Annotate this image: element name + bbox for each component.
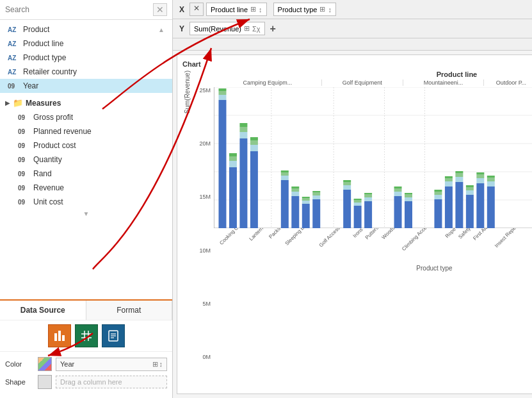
measure-item-gross-profit[interactable]: 09 Gross profit (0, 110, 172, 124)
field-label: Rand (33, 169, 52, 178)
svg-rect-79 (455, 177, 463, 182)
aggregation-icon[interactable]: Σχ (252, 25, 261, 33)
x-label-golf-accessories: Golf Accessories (318, 228, 349, 248)
svg-rect-91 (487, 181, 495, 187)
x-field-product-line[interactable]: Product line ⊞ ↕ (206, 3, 267, 16)
filter-icon[interactable]: ⊞ (250, 5, 256, 13)
svg-rect-21 (218, 88, 226, 91)
color-field-pill[interactable]: Year ⊞ ↕ (56, 358, 167, 371)
x-label-irons: Irons (352, 228, 364, 239)
bars-with-ticks: 25M 20M 15M 10M 5M 0M (195, 87, 532, 379)
color-field-label: Year (60, 360, 74, 368)
color-swatch[interactable] (38, 357, 52, 371)
svg-rect-47 (312, 195, 320, 199)
filter-icon[interactable]: ↕ (159, 360, 163, 369)
svg-rect-77 (445, 176, 453, 178)
svg-rect-46 (312, 199, 320, 228)
viz-btn-grid[interactable] (75, 324, 98, 347)
svg-rect-80 (455, 173, 463, 177)
svg-rect-73 (434, 190, 442, 192)
svg-rect-64 (394, 188, 402, 192)
shape-swatch[interactable] (38, 375, 52, 389)
svg-rect-29 (239, 123, 247, 127)
color-label: Color (5, 360, 34, 368)
badge-az: AZ (8, 54, 19, 62)
bar-chart-svg (214, 87, 532, 228)
bars-and-legend: 25M 20M 15M 10M 5M 0M (195, 87, 532, 379)
search-input[interactable] (5, 5, 150, 14)
field-item-year[interactable]: 09 Year (0, 79, 172, 93)
svg-rect-61 (364, 193, 372, 194)
svg-rect-55 (354, 203, 362, 206)
svg-rect-49 (312, 191, 320, 192)
close-button[interactable]: ✕ (189, 3, 204, 16)
sort-icon[interactable]: ↕ (328, 6, 332, 13)
sort-icon[interactable]: ↕ (259, 6, 262, 13)
svg-rect-71 (434, 195, 442, 199)
svg-rect-67 (405, 197, 412, 201)
chart-inner: Sum(Revenue) Product line Camping Equipm… (182, 70, 532, 379)
y-axis-row: Y Sum(Revenue) ⊞ Σχ + (173, 19, 532, 38)
svg-rect-18 (218, 100, 226, 228)
tab-data-source[interactable]: Data Source (0, 301, 86, 320)
svg-rect-1 (58, 331, 61, 341)
x-axis-label: X (177, 3, 187, 16)
svg-rect-82 (466, 195, 474, 228)
measures-header[interactable]: ▶ 📁 Measures (0, 95, 172, 110)
svg-rect-52 (343, 182, 351, 185)
svg-rect-92 (487, 178, 495, 181)
x-label-sleeping-bags: Sleeping Bags (284, 228, 312, 247)
viz-btn-page[interactable] (102, 324, 125, 347)
badge-num: 09 (8, 83, 19, 90)
field-label: Retailer country (23, 67, 77, 76)
y-axis-title: Sum(Revenue) (182, 70, 192, 113)
field-item-product-type[interactable]: AZ Product type (0, 51, 172, 65)
badge-num: 09 (18, 170, 29, 178)
measure-item-rand[interactable]: 09 Rand (0, 167, 172, 181)
field-item-product-line[interactable]: AZ Product line (0, 37, 172, 51)
pl-label-outdoor: Outdoor P... (484, 79, 532, 86)
svg-rect-40 (291, 188, 299, 192)
folder-icon: 📁 (13, 98, 23, 108)
filter-icon[interactable]: ⊞ (319, 5, 325, 13)
svg-rect-26 (239, 138, 247, 228)
x-label-packs: Packs (268, 228, 282, 240)
svg-rect-81 (455, 171, 463, 173)
x-axis-labels-container: Cooking Gear Lanterns Packs Sleeping Bag… (214, 228, 532, 263)
tab-format[interactable]: Format (86, 301, 173, 320)
y-tick: 20M (199, 140, 211, 147)
sort-icon[interactable]: ⊞ (152, 360, 158, 369)
svg-rect-83 (466, 190, 474, 195)
x-label-insect: Insect Repellents (494, 228, 526, 249)
x-field-product-type[interactable]: Product type ⊞ ↕ (273, 3, 336, 16)
search-clear-button[interactable]: ✕ (153, 3, 167, 16)
svg-rect-74 (445, 187, 453, 228)
pl-label-camping: Camping Equipm... (214, 79, 322, 86)
field-item-retailer-country[interactable]: AZ Retailer country (0, 65, 172, 79)
svg-rect-89 (476, 172, 484, 174)
badge-num: 09 (18, 199, 29, 206)
tooltip-row: Break By(Dimension) / Tooltip(Measure) (173, 38, 532, 51)
chart-plot: Product line Camping Equipm... Golf Equi… (195, 70, 532, 379)
svg-rect-57 (354, 199, 362, 200)
svg-rect-43 (302, 201, 310, 204)
y-axis-label: Y (177, 22, 187, 35)
measure-item-product-cost[interactable]: 09 Product cost (0, 138, 172, 153)
x-label-putters: Putters (364, 228, 380, 240)
field-label: Unit cost (33, 197, 63, 206)
filter-icon[interactable]: ⊞ (244, 24, 250, 33)
svg-rect-30 (250, 151, 258, 228)
add-axis-button[interactable]: + (268, 22, 278, 35)
svg-rect-68 (405, 194, 412, 197)
y-field-sum-revenue[interactable]: Sum(Revenue) ⊞ Σχ (189, 22, 265, 35)
svg-rect-54 (354, 206, 362, 228)
measure-item-quantity[interactable]: 09 Quantity (0, 153, 172, 167)
y-tick: 5M (202, 301, 211, 307)
svg-rect-78 (455, 182, 463, 228)
measure-item-planned-revenue[interactable]: 09 Planned revenue (0, 124, 172, 138)
field-item-product[interactable]: AZ Product ▲ (0, 22, 172, 37)
viz-btn-bar[interactable] (48, 324, 71, 347)
measure-item-unit-cost[interactable]: 09 Unit cost (0, 195, 172, 209)
measure-item-revenue[interactable]: 09 Revenue (0, 181, 172, 195)
bottom-controls: Color Year ⊞ ↕ Shape Drag a column here (0, 351, 172, 398)
